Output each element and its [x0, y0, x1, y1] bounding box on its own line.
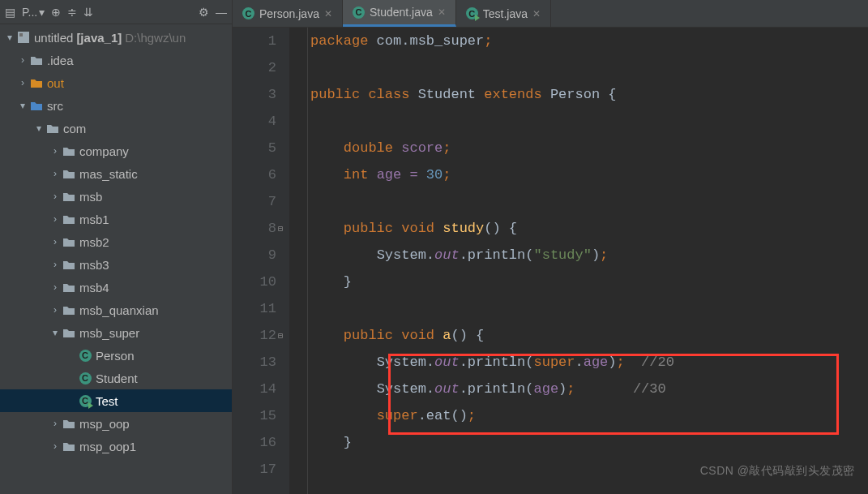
tree-item-label: msp_oop [79, 417, 130, 431]
package-icon [62, 146, 76, 156]
package-icon [62, 214, 76, 224]
fold-icon[interactable]: ⊟ [278, 215, 283, 242]
package-icon [62, 191, 76, 201]
project-toolbar: ▤ P... ▾ ⊕ ≑ ⇊ ⚙ — [0, 0, 232, 24]
tree-node-src[interactable]: ▾ src [0, 94, 232, 117]
line-number: 14 [233, 376, 276, 402]
package-icon [62, 419, 76, 428]
target-icon[interactable]: ⊕ [51, 6, 61, 19]
tree-node-package[interactable]: ›msp_oop1 [0, 435, 232, 457]
tree-node-msb-super[interactable]: ▾msb_super [0, 321, 232, 344]
project-view-label: P... [22, 6, 37, 19]
chevron-down-icon: ▾ [3, 32, 16, 43]
project-view-dropdown[interactable]: P... ▾ [22, 6, 45, 19]
project-sidebar: ▤ P... ▾ ⊕ ≑ ⇊ ⚙ — ▾ untitled [java_1] D… [0, 0, 233, 494]
tree-item-label: msb3 [79, 258, 109, 272]
package-icon [62, 328, 76, 337]
line-number: 9 [233, 242, 276, 268]
tree-item-label: out [47, 76, 64, 90]
class-icon: C [78, 372, 92, 384]
tree-item-label: msb4 [79, 281, 109, 294]
module-name: untitled [34, 31, 73, 45]
class-icon: C [353, 6, 365, 19]
editor-tab-student[interactable]: C Student.java ✕ [343, 0, 456, 27]
editor-tab-person[interactable]: C Person.java ✕ [233, 0, 343, 27]
editor-gutter[interactable]: 1 2 3 4 5 6 7 8⊟ 9 10 11 12⊟ 13 14 15 16… [233, 28, 289, 494]
package-icon [62, 282, 76, 292]
chevron-right-icon: › [49, 191, 62, 202]
code-editor[interactable]: 1 2 3 4 5 6 7 8⊟ 9 10 11 12⊟ 13 14 15 16… [233, 28, 868, 494]
tree-item-label: src [47, 99, 63, 113]
chevron-right-icon: › [49, 281, 62, 293]
tree-node-package[interactable]: ›msb_quanxian [0, 299, 232, 321]
tree-item-label: msp_oop1 [79, 440, 136, 453]
package-icon [62, 237, 76, 247]
tree-node-com[interactable]: ▾ com [0, 117, 232, 140]
chevron-right-icon: › [16, 54, 29, 66]
tree-item-label: msb_quanxian [79, 303, 159, 317]
tree-item-label: Test [96, 394, 118, 408]
package-icon [62, 305, 76, 315]
line-number: 17 [233, 456, 276, 483]
line-number: 12⊟ [233, 322, 276, 349]
chevron-right-icon: › [49, 259, 62, 270]
line-number: 16 [233, 429, 276, 456]
package-icon [62, 169, 76, 178]
close-icon[interactable]: ✕ [438, 6, 446, 18]
module-icon [16, 32, 31, 43]
source-folder-icon [29, 101, 44, 110]
tab-label: Test.java [483, 7, 528, 20]
gear-icon[interactable]: ⚙ [199, 6, 209, 19]
runnable-class-icon: C [78, 395, 92, 407]
tree-node-package[interactable]: ›msb3 [0, 253, 232, 276]
chevron-right-icon: › [49, 304, 62, 316]
watermark: CSDN @敲代码敲到头发茂密 [700, 457, 855, 484]
tree-node-class[interactable]: CPerson [0, 344, 232, 367]
chevron-right-icon: › [49, 168, 62, 179]
tree-node-package[interactable]: ›msb2 [0, 230, 232, 253]
tree-root[interactable]: ▾ untitled [java_1] D:\hgwz\un [0, 26, 232, 49]
line-number: 13 [233, 349, 276, 376]
tree-item-label: msb1 [79, 213, 109, 226]
line-number: 10 [233, 268, 276, 295]
folder-icon [29, 78, 44, 88]
tree-item-label: msb2 [79, 235, 109, 249]
close-icon[interactable]: ✕ [532, 8, 541, 19]
chevron-right-icon: › [49, 236, 62, 247]
tree-item-label: Student [96, 372, 138, 385]
close-icon[interactable]: ✕ [324, 8, 332, 19]
tree-node-package[interactable]: ›msb [0, 185, 232, 208]
class-icon: C [78, 350, 92, 362]
line-number: 2 [233, 54, 276, 81]
tree-node-test[interactable]: CTest [0, 389, 232, 412]
chevron-right-icon: › [49, 145, 62, 157]
tree-node-package[interactable]: ›msp_oop [0, 412, 232, 435]
tree-node-package[interactable]: ›mas_static [0, 162, 232, 185]
module-tag: [java_1] [76, 31, 122, 45]
editor-tab-test[interactable]: C Test.java ✕ [456, 0, 551, 27]
tree-node-class[interactable]: CStudent [0, 367, 232, 389]
tree-node-idea[interactable]: › .idea [0, 49, 232, 71]
chevron-down-icon: ▾ [32, 122, 45, 134]
line-number: 1 [233, 28, 276, 54]
tree-node-out[interactable]: › out [0, 71, 232, 94]
chevron-right-icon: › [16, 77, 29, 88]
hide-icon[interactable]: — [216, 6, 227, 19]
chevron-right-icon: › [49, 213, 62, 225]
project-tree[interactable]: ▾ untitled [java_1] D:\hgwz\un › .idea ›… [0, 24, 232, 494]
tree-item-label: company [79, 144, 129, 158]
tree-node-package[interactable]: ›msb1 [0, 208, 232, 230]
line-number: 5 [233, 135, 276, 161]
tree-node-package[interactable]: ›msb4 [0, 276, 232, 299]
line-number: 7 [233, 188, 276, 215]
tree-node-package[interactable]: ›company [0, 140, 232, 162]
tree-item-label: .idea [47, 54, 74, 67]
package-icon [45, 123, 60, 133]
expand-all-icon[interactable]: ≑ [67, 6, 77, 19]
code-content[interactable]: package com.msb_super; public class Stud… [289, 28, 868, 483]
chevron-down-icon: ▾ [49, 327, 62, 338]
chevron-down-icon: ▾ [16, 100, 29, 111]
fold-icon[interactable]: ⊟ [278, 322, 283, 349]
tree-item-label: Person [96, 349, 135, 363]
collapse-all-icon[interactable]: ⇊ [83, 6, 93, 19]
